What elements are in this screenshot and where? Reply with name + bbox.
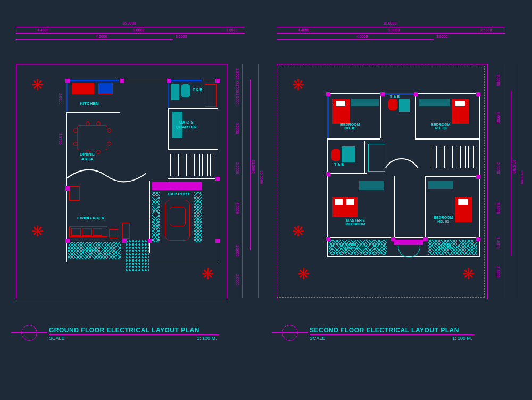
column xyxy=(326,237,330,241)
dim-line xyxy=(277,39,434,40)
dim-line xyxy=(242,64,243,298)
dim-label: 4.0000 xyxy=(96,35,107,38)
column xyxy=(476,175,480,179)
carport-label: CAR PORT xyxy=(168,192,190,197)
bedroom3-label: BEDROOM NO. 03 xyxy=(434,216,453,223)
gravel xyxy=(125,240,149,272)
dining-label: DINING AREA xyxy=(80,152,95,161)
dim-label: 9.0000 xyxy=(388,28,400,32)
wall xyxy=(327,237,479,238)
column xyxy=(476,237,480,241)
column xyxy=(380,92,385,96)
dim-label: 11.5000 xyxy=(252,160,255,173)
car xyxy=(165,200,190,241)
tb2-label: T & B xyxy=(390,95,400,99)
scale-label2: SCALE xyxy=(310,336,326,341)
dim-line xyxy=(503,64,503,298)
bedroom2-label: BEDROOM NO. 02 xyxy=(431,123,451,130)
wall xyxy=(168,108,218,109)
dim-line xyxy=(250,80,251,250)
sink-fixture xyxy=(171,84,179,100)
wall xyxy=(66,112,120,113)
bed2 xyxy=(452,99,469,124)
scale-label: SCALE xyxy=(49,336,65,341)
dim-line xyxy=(277,33,505,34)
lintel xyxy=(152,182,202,190)
tb-label: T & B xyxy=(193,88,202,92)
bedroom1-label: BEDROOM NO. 01 xyxy=(340,123,360,130)
wall xyxy=(66,80,68,112)
dim-label: 4.0000 xyxy=(356,35,368,38)
column xyxy=(65,79,70,83)
wall xyxy=(168,149,218,150)
hatch xyxy=(152,192,160,242)
porch-label: PORCH xyxy=(82,248,98,252)
wall xyxy=(426,176,479,177)
dim-label: 9.8000 xyxy=(133,28,144,32)
tree-icon: ❋ xyxy=(290,77,306,93)
dim-label: 3.0000 xyxy=(176,35,187,38)
stair xyxy=(170,154,215,176)
living-label: LIVING AREA xyxy=(77,216,104,221)
wall xyxy=(168,80,169,109)
wall xyxy=(168,109,169,149)
closet xyxy=(351,99,379,106)
column xyxy=(167,79,171,83)
column xyxy=(326,172,330,176)
dim-label: 3.5000 xyxy=(236,123,239,134)
closet-master xyxy=(359,181,384,190)
wall xyxy=(394,176,395,240)
dim-label: 15.5000 xyxy=(520,170,524,184)
dim-line xyxy=(519,64,519,298)
wall xyxy=(168,80,202,81)
column xyxy=(65,186,70,191)
side-table xyxy=(109,229,118,238)
wall xyxy=(415,93,416,138)
closet2 xyxy=(419,99,450,106)
tree-icon: ❋ xyxy=(200,266,215,282)
hatch xyxy=(194,192,202,242)
masters-label: MASTER'S BEDROOM xyxy=(346,218,365,226)
wall xyxy=(327,138,380,140)
wall xyxy=(327,93,329,138)
dim-label: 2.0000 xyxy=(236,274,239,285)
dim-label: 0.7500 xyxy=(236,81,239,93)
plan-title: GROUND FLOOR ELECTRICAL LAYOUT PLAN xyxy=(49,326,200,334)
bed1 xyxy=(332,99,350,124)
cabinet2 xyxy=(122,223,130,239)
stove xyxy=(98,83,113,94)
wall xyxy=(380,93,381,138)
title-marker-icon xyxy=(282,325,298,341)
dim-label: 2.0000 xyxy=(236,162,239,174)
title-marker-icon xyxy=(21,325,37,341)
scale-value: 1: 100 M. xyxy=(197,336,217,341)
dim-label: 4.0000 xyxy=(236,202,239,214)
dim-label: 1.8000 xyxy=(226,28,237,32)
dim-label: 3.0000 xyxy=(436,35,447,38)
balcony-rail xyxy=(394,240,423,245)
dim-label: 2.0000 xyxy=(496,162,500,174)
terrace2-label: OPEN TERRACE xyxy=(439,243,454,249)
master-bed xyxy=(332,197,358,217)
sofa xyxy=(69,226,107,237)
toilet3 xyxy=(331,149,340,161)
wall xyxy=(415,138,479,140)
terrace1-label: OPEN TERRACE xyxy=(343,243,359,249)
column xyxy=(215,177,220,181)
column xyxy=(215,79,220,83)
wall xyxy=(327,173,367,174)
bed-maid xyxy=(172,112,182,138)
wall xyxy=(425,176,426,240)
dim-label: 4.4000 xyxy=(298,28,309,32)
shower2 xyxy=(399,99,410,112)
column xyxy=(423,237,428,241)
dim-line xyxy=(277,27,505,27)
closet-hall xyxy=(368,144,385,172)
toilet xyxy=(388,99,397,110)
title-underline xyxy=(310,334,475,335)
column xyxy=(122,239,127,243)
tree-icon: ❋ xyxy=(29,224,45,240)
dim-label: 1.9000 xyxy=(496,112,500,123)
column xyxy=(120,79,124,83)
column xyxy=(391,237,395,241)
